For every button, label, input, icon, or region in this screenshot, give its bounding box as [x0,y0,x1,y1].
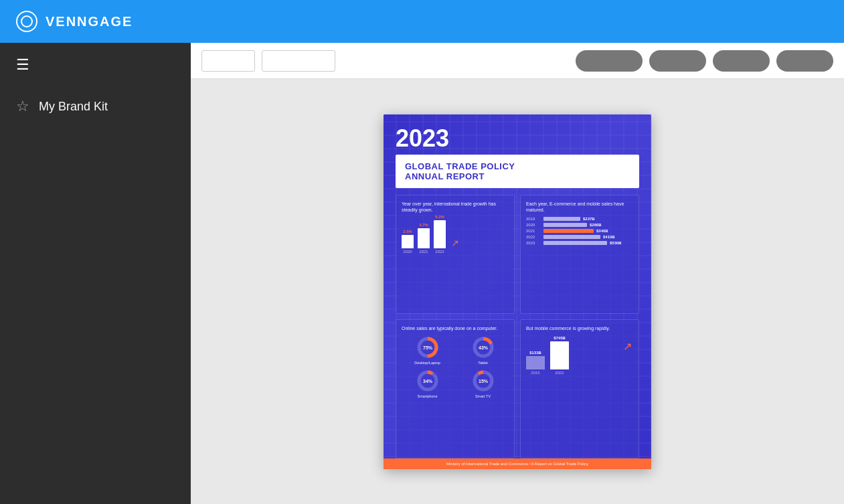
bar-group-2: 3.7% 2021 [418,223,430,254]
growth-val-1: $133B [529,351,541,355]
bar-year-2: 2021 [419,250,428,254]
donut-item-4: 15% Smart TV [457,369,509,398]
hbar-row-5: 2023 $530B [526,241,633,245]
hbar-row-2: 2020 $280B [526,223,633,227]
brand-kit-label: My Brand Kit [39,100,108,114]
growth-bar-2 [550,341,569,369]
donut-chart-section: Online sales are typically done on a com… [396,319,515,458]
bar-label-top-3: 5.2% [435,215,444,219]
star-icon: ☆ [16,98,29,115]
donut-item-2: 43% Tablet [457,335,509,365]
data-sections: Year over year, international trade grow… [396,195,639,458]
bar-label-top-1: 2.5% [403,230,412,234]
toolbar-button-1[interactable] [576,50,643,72]
toolbar-input-2[interactable] [262,50,335,72]
infographic-footer: Ministry of International Trade and Comm… [384,458,651,469]
svg-text:43%: 43% [478,345,488,350]
bar-group-1: 2.5% 2020 [402,230,414,254]
title-box: GLOBAL TRADE POLICY ANNUAL REPORT [396,155,639,188]
donut-grid: 75% Desktop/Laptop [402,335,509,398]
donut-label-2: Tablet [478,361,488,365]
title-line1: GLOBAL TRADE POLICY [405,161,630,171]
hbar-bar-2 [543,223,587,227]
svg-text:34%: 34% [422,379,432,384]
toolbar-button-3[interactable] [713,50,770,72]
bar-3 [434,220,446,248]
hbar-chart: 2019 $237B 2020 $280B [526,217,633,245]
top-navigation: VENNGAGE [0,0,844,43]
sidebar: ☰ ☆ My Brand Kit [0,43,191,504]
growth-chart-section: But mobile commerce is growing rapidly. … [520,319,639,458]
infographic-content: 2023 GLOBAL TRADE POLICY ANNUAL REPORT Y… [384,114,651,469]
growth-arrow-icon: ↗ [623,340,632,353]
menu-icon[interactable]: ☰ [0,43,191,87]
bar-1 [402,235,414,248]
donut-chart-title: Online sales are typically done on a com… [402,325,509,331]
donut-item-3: 34% Smartphone [402,369,453,398]
trend-arrow-icon: ↗ [451,238,459,248]
main-layout: ☰ ☆ My Brand Kit 2023 [0,43,844,504]
hbar-row-4: 2022 $410B [526,235,633,239]
sidebar-item-brand-kit[interactable]: ☆ My Brand Kit [0,87,191,126]
donut-svg-2: 43% [471,335,495,359]
donut-label-1: Desktop/Laptop [414,361,440,365]
toolbar-input-1[interactable] [201,50,255,72]
infographic-preview: 2023 GLOBAL TRADE POLICY ANNUAL REPORT Y… [384,114,651,469]
donut-label-3: Smartphone [418,394,438,398]
donut-label-4: Smart TV [475,394,491,398]
bar-chart-section: Year over year, international trade grow… [396,195,515,314]
donut-wrap-3: 34% [416,369,440,393]
hbar-row-1: 2019 $237B [526,217,633,221]
footer-text: Ministry of International Trade and Comm… [396,462,639,466]
donut-wrap-2: 43% [471,335,495,359]
svg-text:75%: 75% [422,345,432,350]
donut-wrap-4: 15% [471,369,495,393]
bar-group-3: 5.2% 2022 [434,215,446,254]
growth-year-2: 2022 [555,371,564,375]
bar-chart-title: Year over year, international trade grow… [402,201,509,213]
donut-svg-4: 15% [471,369,495,393]
hbar-chart-section: Each year, E-commerce and mobile sales h… [520,195,639,314]
logo-icon [16,11,37,32]
hbar-chart-title: Each year, E-commerce and mobile sales h… [526,201,633,213]
bar-year-3: 2022 [435,250,444,254]
toolbar-button-4[interactable] [776,50,833,72]
bar-chart-area: 2.5% 2020 3.7% 2021 5. [402,217,509,254]
hbar-bar-1 [543,217,580,221]
donut-wrap-1: 75% [416,335,440,359]
year-label: 2023 [396,127,639,151]
hbar-bar-3 [543,229,594,233]
svg-text:15%: 15% [478,379,488,384]
growth-bar-wrap-2: $745B 2022 [550,336,569,375]
growth-bar-wrap-1: $133B 2015 [526,351,545,375]
growth-year-1: 2015 [531,371,539,375]
growth-chart: ↗ $133B 2015 $745B [526,335,633,375]
title-line2: ANNUAL REPORT [405,171,630,181]
main-content: 2023 GLOBAL TRADE POLICY ANNUAL REPORT Y… [191,43,844,504]
logo-inner-circle [21,15,33,27]
growth-val-2: $745B [554,336,566,340]
canvas-area: 2023 GLOBAL TRADE POLICY ANNUAL REPORT Y… [191,79,844,504]
bar-2 [418,228,430,248]
growth-values: $133B 2015 $745B 2022 [526,338,569,375]
toolbar [191,43,844,79]
donut-svg-3: 34% [416,369,440,393]
hbar-row-3: 2021 $340B [526,229,633,233]
hbar-bar-5 [543,241,607,245]
bar-label-top-2: 3.7% [419,223,428,227]
app-name: VENNGAGE [46,14,133,29]
donut-svg-1: 75% [416,335,440,359]
growth-bar-1 [526,356,545,369]
donut-item-1: 75% Desktop/Laptop [402,335,453,365]
growth-chart-title: But mobile commerce is growing rapidly. [526,325,633,331]
hbar-bar-4 [543,235,600,239]
bar-year-1: 2020 [403,250,412,254]
toolbar-button-2[interactable] [649,50,706,72]
